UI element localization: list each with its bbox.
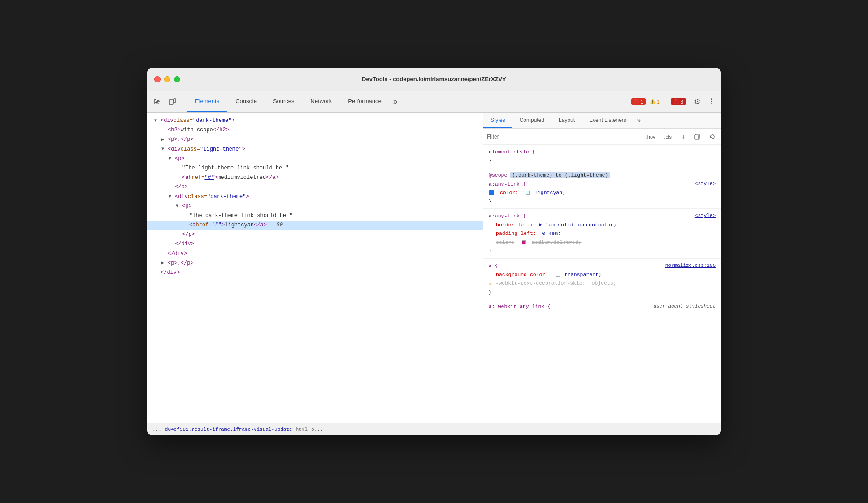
- more-styles-tabs[interactable]: »: [634, 113, 645, 128]
- arrow-11: [183, 212, 189, 219]
- css-rule-webkit-any-link: a:-webkit-any-link { user agent styleshe…: [483, 299, 721, 314]
- window-title: DevTools - codepen.io/miriamsuzanne/pen/…: [362, 76, 506, 82]
- dom-line-4[interactable]: ▼ <div class="light-theme">: [147, 145, 483, 154]
- error-count-badge: 🚫 1: [631, 98, 646, 105]
- toolbar: Elements Console Sources Network Perform…: [147, 91, 721, 113]
- color-swatch-mediumvioletred[interactable]: [522, 240, 526, 244]
- bottom-bar: ... d04cf581.result-iframe.iframe-visual…: [147, 423, 721, 435]
- arrow-down-10: ▼: [176, 203, 182, 210]
- dom-line-9[interactable]: ▼ <div class="dark-theme">: [147, 192, 483, 202]
- tab-styles[interactable]: Styles: [483, 113, 512, 128]
- arrow-13: [176, 231, 182, 238]
- more-vert-icon: ⋮: [707, 97, 715, 106]
- dom-line-13[interactable]: </p>: [147, 230, 483, 239]
- warning-count-badge: ⚠️ 1: [647, 98, 662, 105]
- scope-at-rule: @scope: [489, 172, 510, 178]
- filter-input[interactable]: [487, 134, 640, 140]
- tab-event-listeners[interactable]: Event Listeners: [582, 113, 634, 128]
- maximize-button[interactable]: [174, 76, 180, 82]
- device-toolbar-icon-button[interactable]: [166, 91, 179, 112]
- rule-selector-any-link: a:any-link {: [489, 213, 526, 219]
- main-content: ▼ <div class="dark-theme"> <h2>with scop…: [147, 113, 721, 423]
- dom-line-7[interactable]: <a href="#">mediumvioletred</a>: [147, 173, 483, 182]
- bottom-extra: b...: [311, 427, 323, 432]
- bottom-filetype: html: [296, 427, 308, 432]
- svg-rect-0: [169, 100, 173, 104]
- dom-line-16[interactable]: ▶ <p>…</p>: [147, 259, 483, 268]
- tab-layout[interactable]: Layout: [551, 113, 582, 128]
- svg-rect-1: [174, 99, 176, 102]
- color-swatch-lightcyan[interactable]: [526, 191, 530, 195]
- device-icon: [169, 98, 177, 106]
- dom-line-14[interactable]: </div>: [147, 239, 483, 249]
- inspect-icon-button[interactable]: [151, 91, 164, 112]
- rule-selector-element-style: element.style {: [489, 149, 535, 155]
- console-error-count-badge: 🚫 3: [671, 98, 686, 105]
- scope-highlight: (.dark-theme) to (.light-theme): [510, 172, 610, 178]
- dom-line-15[interactable]: </div>: [147, 249, 483, 259]
- traffic-lights: [154, 76, 180, 82]
- property-checkbox-color[interactable]: [489, 190, 494, 195]
- tab-console[interactable]: Console: [227, 91, 265, 112]
- rule-source-scope[interactable]: <style>: [695, 180, 716, 188]
- tab-sources[interactable]: Sources: [265, 91, 303, 112]
- dom-line-5[interactable]: ▼ <p>: [147, 154, 483, 164]
- rule-source-webkit: user agent stylesheet: [653, 302, 716, 311]
- rule-selector-any-link-scope: a:any-link {: [489, 181, 526, 187]
- arrow-7: [176, 174, 182, 182]
- dom-panel[interactable]: ▼ <div class="dark-theme"> <h2>with scop…: [147, 113, 483, 423]
- rule-selector-webkit-any-link: a:-webkit-any-link {: [489, 304, 551, 309]
- styles-panel: Styles Computed Layout Event Listeners »…: [483, 113, 721, 423]
- rule-source-a[interactable]: normalize.css:106: [665, 261, 716, 270]
- error-icon: 🚫: [634, 99, 640, 104]
- settings-button[interactable]: ⚙: [691, 95, 703, 108]
- arrow-down-9: ▼: [169, 193, 175, 200]
- copy-style-button[interactable]: [692, 131, 703, 142]
- toolbar-separator: [183, 95, 183, 108]
- dom-line-2[interactable]: <h2>with scope</h2>: [147, 126, 483, 135]
- dom-line-12-selected[interactable]: <a href="#">lightcyan</a> == $0: [147, 221, 483, 230]
- titlebar: DevTools - codepen.io/miriamsuzanne/pen/…: [147, 68, 721, 91]
- arrow-right-16: ▶: [161, 260, 168, 267]
- dom-line-10[interactable]: ▼ <p>: [147, 202, 483, 211]
- prop-line-color-scope: color: lightcyan;: [489, 190, 565, 195]
- console-error-badge[interactable]: 🚫 3: [667, 96, 690, 107]
- more-options-button[interactable]: ⋮: [705, 95, 717, 108]
- devtools-window: DevTools - codepen.io/miriamsuzanne/pen/…: [147, 68, 721, 435]
- prop-line-webkit-warning: ⚠ -webkit-text-decoration-skip: objects;: [489, 280, 616, 286]
- tab-performance[interactable]: Performance: [340, 91, 389, 112]
- color-swatch-transparent[interactable]: [556, 273, 560, 277]
- dom-line-11[interactable]: "The dark-theme link should be ": [147, 211, 483, 221]
- bottom-path[interactable]: d04cf581.result-iframe.iframe-visual-upd…: [165, 427, 292, 432]
- cls-button[interactable]: .cls: [662, 133, 675, 140]
- dom-line-6[interactable]: "The light-theme link should be ": [147, 164, 483, 173]
- bottom-ellipsis: ...: [152, 427, 161, 432]
- arrow-down-4: ▼: [161, 146, 168, 153]
- dom-line-3[interactable]: ▶ <p>…</p>: [147, 135, 483, 144]
- tab-computed[interactable]: Computed: [512, 113, 551, 128]
- arrow-down-5: ▼: [169, 155, 175, 162]
- filter-bar: :hov .cls +: [483, 129, 721, 145]
- arrow-2: [161, 127, 168, 134]
- tab-network[interactable]: Network: [303, 91, 340, 112]
- css-rule-any-link: a:any-link { <style> border-left: ► 1em …: [483, 209, 721, 259]
- rule-selector-a: a {: [489, 263, 498, 269]
- tab-elements[interactable]: Elements: [187, 91, 227, 112]
- dom-line-17[interactable]: </div>: [147, 268, 483, 278]
- undo-style-button[interactable]: [707, 131, 717, 142]
- svg-rect-3: [695, 135, 699, 139]
- dom-line-8[interactable]: </p>: [147, 182, 483, 192]
- add-style-button[interactable]: +: [678, 131, 689, 142]
- rule-source-any-link[interactable]: <style>: [695, 212, 716, 220]
- dom-line-1[interactable]: ▼ <div class="dark-theme">: [147, 116, 483, 126]
- minimize-button[interactable]: [164, 76, 170, 82]
- settings-icon: ⚙: [694, 97, 700, 106]
- undo-icon: [709, 134, 715, 140]
- toolbar-tabs: Elements Console Sources Network Perform…: [187, 91, 626, 112]
- styles-content: element.style { } @scope (.dark-theme) t…: [483, 145, 721, 423]
- more-tabs-button[interactable]: »: [390, 91, 401, 112]
- error-badge[interactable]: 🚫 1 ⚠️ 1: [628, 96, 665, 107]
- arrow-17: [154, 269, 161, 277]
- hov-button[interactable]: :hov: [643, 133, 658, 140]
- close-button[interactable]: [154, 76, 161, 82]
